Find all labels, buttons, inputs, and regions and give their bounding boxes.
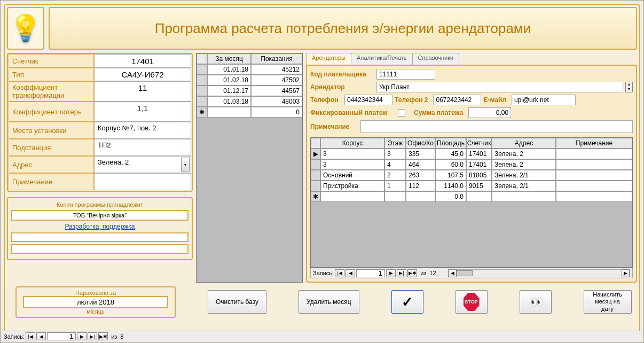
tenant-spin[interactable]: ▲ ▼ <box>625 82 633 92</box>
search-button[interactable]: 👀 <box>520 290 552 314</box>
nav-first-icon[interactable]: |◀ <box>26 332 35 340</box>
cell-counter[interactable]: 9015 <box>466 181 492 191</box>
reading-date[interactable]: 01.01.18 <box>207 64 251 75</box>
reading-value[interactable]: 45212 <box>251 64 302 75</box>
nav-first-icon[interactable]: |◀ <box>335 269 344 277</box>
meter-kloss-field[interactable]: 1,1 <box>94 102 191 122</box>
col-area[interactable]: Площадь <box>435 138 466 149</box>
cell-area[interactable]: 1140,0 <box>435 181 466 191</box>
cell-building[interactable]: 3 <box>320 159 384 170</box>
cell-building[interactable]: Пристройка <box>320 181 384 191</box>
meter-place-field[interactable]: Корпус №7, пов. 2 <box>94 122 191 139</box>
cell-floor[interactable]: 1 <box>384 181 406 191</box>
meter-substation-field[interactable]: ТП2 <box>94 139 191 156</box>
premises-row[interactable]: 3 4 464 60,0 17401 Зелена, 2 <box>311 159 632 170</box>
tab-directories[interactable]: Справочники <box>412 53 460 65</box>
cell-office[interactable]: 263 <box>406 170 435 181</box>
new-row-icon[interactable]: ✱ <box>311 191 320 202</box>
reading-date[interactable]: 01.03.18 <box>207 96 251 107</box>
support-link[interactable]: Разработка, поддержка <box>11 223 189 230</box>
cell-area[interactable]: 60,0 <box>435 159 466 170</box>
phone-field[interactable] <box>344 95 392 105</box>
tenant-note-field[interactable] <box>360 120 633 133</box>
tenant-name-field[interactable] <box>376 82 623 92</box>
premises-row[interactable]: ▶ 3 3 335 45,0 17401 Зелена, 2 <box>311 149 632 159</box>
reading-value[interactable]: 0 <box>251 107 302 118</box>
cell-area[interactable]: 0,0 <box>435 191 466 202</box>
clear-db-button[interactable]: Очистить базу <box>208 290 266 314</box>
col-address[interactable]: Адрес <box>492 138 556 149</box>
readings-head-value[interactable]: Показания <box>251 53 302 64</box>
cell-note[interactable] <box>556 149 632 159</box>
scroll-right-icon[interactable]: ▶ <box>622 269 630 277</box>
col-floor[interactable]: Этаж <box>384 138 406 149</box>
sum-field[interactable] <box>468 107 511 118</box>
nav-last-icon[interactable]: ▶| <box>88 332 97 340</box>
row-selector[interactable] <box>197 64 207 75</box>
row-selector[interactable] <box>197 85 207 96</box>
cell-floor[interactable]: 2 <box>384 170 406 181</box>
row-selector[interactable] <box>197 96 207 107</box>
cell-office[interactable]: 112 <box>406 181 435 191</box>
cell-address[interactable]: Зелена, 2/1 <box>492 181 556 191</box>
cell-building[interactable]: 3 <box>320 149 384 159</box>
cell-building[interactable] <box>320 191 384 202</box>
tab-analytics[interactable]: Аналитика/Печать <box>351 53 413 65</box>
fixed-pay-checkbox[interactable] <box>398 109 405 116</box>
col-building[interactable]: Корпус <box>320 138 384 149</box>
cell-area[interactable]: 107,5 <box>435 170 466 181</box>
col-office[interactable]: Офис/Ко <box>406 138 435 149</box>
cell-address[interactable]: Зелена, 2 <box>492 159 556 170</box>
meter-type-field[interactable]: СА4У-И672 <box>94 68 191 81</box>
readings-head-month[interactable]: За месяц <box>207 53 251 64</box>
premises-row[interactable]: Основний 2 263 107,5 81805 Зелена, 2/1 <box>311 170 632 181</box>
cell-area[interactable]: 45,0 <box>435 149 466 159</box>
nav-new-icon[interactable]: ▶✱ <box>407 269 417 277</box>
readings-row[interactable]: 01.01.18 45212 <box>197 64 302 75</box>
scroll-thumb[interactable] <box>457 270 473 276</box>
meter-ktrans-field[interactable]: 11 <box>94 81 191 102</box>
meter-address-combo[interactable]: Зелена, 2 ▾ <box>94 156 191 173</box>
readings-row[interactable]: 01.02.18 47502 <box>197 75 302 85</box>
nav-prev-icon[interactable]: ◀ <box>345 269 355 277</box>
email-field[interactable] <box>512 95 576 105</box>
confirm-button[interactable]: ✓ <box>391 290 423 314</box>
row-selector[interactable] <box>311 159 320 170</box>
nav-next-icon[interactable]: ▶ <box>386 269 396 277</box>
phone2-field[interactable] <box>433 95 481 105</box>
cell-note[interactable] <box>556 181 632 191</box>
cell-note[interactable] <box>556 159 632 170</box>
record-position-input[interactable] <box>356 269 385 277</box>
col-counter[interactable]: Счетчик <box>466 138 492 149</box>
chevron-down-icon[interactable]: ▾ <box>181 158 190 172</box>
reading-value[interactable]: 48003 <box>251 96 302 107</box>
delete-month-button[interactable]: Удалить месяц <box>299 290 359 314</box>
cell-address[interactable]: Зелена, 2 <box>492 149 556 159</box>
outer-record-position-input[interactable] <box>47 332 76 340</box>
readings-row[interactable]: 01.03.18 48003 <box>197 96 302 107</box>
cell-address[interactable] <box>492 191 556 202</box>
cell-counter[interactable]: 17401 <box>466 149 492 159</box>
premises-grid[interactable]: Корпус Этаж Офис/Ко Площадь Счетчик Адре… <box>310 137 633 268</box>
cell-counter[interactable] <box>466 191 492 202</box>
cell-office[interactable]: 335 <box>406 149 435 159</box>
nav-new-icon[interactable]: ▶✱ <box>98 332 108 340</box>
cell-office[interactable] <box>406 191 435 202</box>
calc-on-date-button[interactable]: Начислить месяц на дату <box>584 290 632 314</box>
current-row-icon[interactable]: ▶ <box>311 149 320 159</box>
readings-row[interactable]: 01.12.17 44567 <box>197 85 302 96</box>
nav-next-icon[interactable]: ▶ <box>77 332 87 340</box>
reading-date[interactable]: 01.02.18 <box>207 75 251 85</box>
row-selector[interactable] <box>311 170 320 181</box>
reading-value[interactable]: 47502 <box>251 75 302 85</box>
chevron-up-icon[interactable]: ▲ <box>626 82 632 87</box>
nav-last-icon[interactable]: ▶| <box>397 269 406 277</box>
row-selector[interactable] <box>311 181 320 191</box>
readings-grid[interactable]: За месяц Показания 01.01.18 45212 01.02.… <box>196 53 303 283</box>
premises-new-row[interactable]: ✱ 0,0 <box>311 191 632 202</box>
cell-note[interactable] <box>556 170 632 181</box>
cell-counter[interactable]: 81805 <box>466 170 492 181</box>
scroll-left-icon[interactable]: ◀ <box>449 269 457 277</box>
h-scrollbar[interactable]: ◀ ▶ <box>448 269 630 277</box>
reading-value[interactable]: 44567 <box>251 85 302 96</box>
